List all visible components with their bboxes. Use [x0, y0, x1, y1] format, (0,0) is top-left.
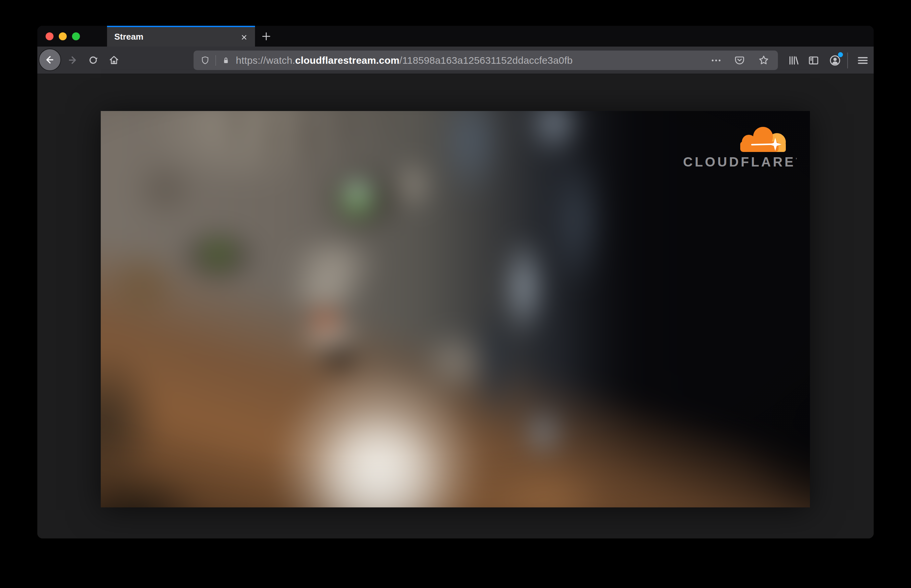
lock-icon[interactable]: [221, 56, 231, 65]
refresh-button[interactable]: [87, 54, 99, 66]
traffic-minimize-icon[interactable]: [59, 32, 67, 40]
library-button[interactable]: [787, 53, 800, 68]
page-content: CLOUDFLARE’: [37, 74, 874, 538]
close-tab-button[interactable]: [239, 32, 250, 43]
library-icon: [787, 54, 800, 67]
sidebar-icon: [807, 54, 820, 67]
new-tab-button[interactable]: [260, 30, 273, 43]
window-controls: [45, 32, 80, 40]
sidebar-button[interactable]: [807, 53, 820, 68]
brand-wordmark-text: CLOUDFLARE: [683, 155, 796, 169]
account-button[interactable]: [828, 52, 842, 69]
urlbar-divider: [215, 55, 216, 66]
url-text: https://watch.cloudflarestream.com/11859…: [236, 55, 573, 66]
bookmark-star-icon[interactable]: [758, 54, 770, 67]
shield-icon[interactable]: [200, 55, 210, 65]
close-tab-icon: [240, 33, 249, 42]
page-actions-icon[interactable]: [711, 55, 722, 66]
back-button[interactable]: [39, 48, 61, 71]
forward-icon: [66, 54, 78, 66]
urlbar-actions: [711, 54, 770, 67]
traffic-zoom-icon[interactable]: [72, 32, 80, 40]
video-player[interactable]: CLOUDFLARE’: [101, 111, 810, 507]
browser-window: Stream: [37, 26, 874, 538]
toolbar-separator: [847, 53, 848, 68]
traffic-close-icon[interactable]: [45, 32, 53, 40]
home-icon: [108, 54, 120, 66]
new-tab-icon: [260, 31, 272, 42]
account-notification-dot: [838, 52, 843, 57]
back-icon: [44, 54, 56, 66]
url-bar[interactable]: https://watch.cloudflarestream.com/11859…: [194, 50, 778, 70]
video-vignette: [101, 111, 810, 507]
menu-icon: [856, 54, 869, 67]
trademark-mark: ’: [796, 157, 797, 163]
cloudflare-logo: CLOUDFLARE’: [683, 126, 793, 170]
home-button[interactable]: [108, 54, 120, 66]
forward-button[interactable]: [66, 54, 79, 66]
tab-title: Stream: [114, 32, 143, 42]
tab-bar: Stream: [37, 26, 874, 47]
cloudflare-cloud-icon: [737, 126, 790, 152]
navigation-toolbar: https://watch.cloudflarestream.com/11859…: [37, 47, 874, 74]
url-scheme-subdomain: https://watch.: [236, 55, 295, 66]
brand-wordmark: CLOUDFLARE’: [683, 155, 793, 170]
pocket-icon[interactable]: [733, 55, 746, 66]
url-domain: cloudflarestream.com: [295, 55, 400, 66]
url-path: /118598a163a125631152ddaccfe3a0fb: [399, 55, 572, 66]
menu-button[interactable]: [856, 53, 870, 68]
desktop: { "browser": { "window_controls": { "clo…: [0, 0, 911, 588]
tab-stream[interactable]: Stream: [107, 26, 255, 47]
refresh-icon: [87, 54, 99, 66]
